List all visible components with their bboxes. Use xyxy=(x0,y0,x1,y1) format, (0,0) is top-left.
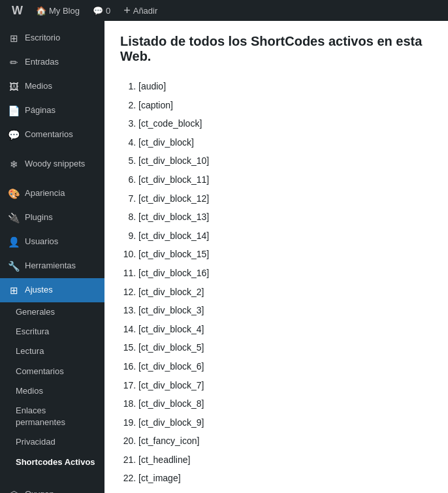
sidebar-item-plugins[interactable]: 🔌 Plugins xyxy=(0,206,104,230)
list-item: [ct_div_block_11] xyxy=(138,170,432,189)
list-item: [ct_div_block_16] xyxy=(138,264,432,283)
list-item: [ct_inner_content] xyxy=(138,488,432,493)
comentarios-sub-label: Comentarios xyxy=(16,366,64,377)
sidebar-label-comentarios: Comentarios xyxy=(25,129,73,140)
sidebar-item-comentarios[interactable]: 💬 Comentarios xyxy=(0,123,104,147)
list-item: [ct_code_block] xyxy=(138,114,432,133)
admin-bar-wp-logo[interactable]: W xyxy=(5,0,29,21)
generales-label: Generales xyxy=(16,306,55,318)
list-item: [ct_div_block_2] xyxy=(138,283,432,302)
admin-bar-site[interactable]: 🏠 My Blog xyxy=(29,0,86,21)
dashboard-icon: ⊞ xyxy=(8,31,20,45)
add-icon: + xyxy=(123,4,131,18)
add-label: Añadir xyxy=(133,6,158,16)
sidebar-label-paginas: Páginas xyxy=(25,104,56,116)
oxygen-icon: ⬡ xyxy=(8,488,20,493)
list-item: [ct_div_block_14] xyxy=(138,227,432,246)
list-item: [ct_div_block_15] xyxy=(138,245,432,264)
sidebar-label-plugins: Plugins xyxy=(25,212,53,223)
sidebar-label-escritorio: Escritorio xyxy=(25,32,60,44)
sidebar-item-medios[interactable]: 🖼 Medios xyxy=(0,74,104,99)
list-item: [caption] xyxy=(138,96,432,115)
sidebar-item-ajustes[interactable]: ⊞ Ajustes xyxy=(0,278,104,302)
comment-count: 0 xyxy=(106,6,110,16)
list-item: [ct_headline] xyxy=(138,451,432,469)
admin-bar-comments[interactable]: 💬 0 xyxy=(86,0,117,21)
sidebar-label-woody: Woody snippets xyxy=(25,158,85,170)
sidebar-item-woody-snippets[interactable]: ❄ Woody snippets xyxy=(0,152,104,176)
escritura-label: Escritura xyxy=(16,326,49,338)
list-item: [ct_div_block_5] xyxy=(138,338,432,357)
settings-icon: ⊞ xyxy=(8,283,20,297)
shortcodes-activos-label: Shortcodes Activos xyxy=(16,456,95,468)
list-item: [ct_div_block_6] xyxy=(138,357,432,376)
privacidad-label: Privacidad xyxy=(16,436,56,448)
posts-icon: ✏ xyxy=(8,56,20,69)
sidebar-item-escritorio[interactable]: ⊞ Escritorio xyxy=(0,26,104,50)
list-item: [ct_div_block_3] xyxy=(138,301,432,320)
lectura-label: Lectura xyxy=(16,345,44,357)
sidebar-subitem-escritura[interactable]: Escritura xyxy=(0,322,104,342)
sidebar-label-apariencia: Apariencia xyxy=(25,187,65,199)
oxygen-label: Oxygen xyxy=(25,488,54,493)
list-item: [ct_div_block_8] xyxy=(138,394,432,413)
sidebar-item-apariencia[interactable]: 🎨 Apariencia xyxy=(0,182,104,206)
shortcode-list: [audio][caption][ct_code_block][ct_div_b… xyxy=(120,77,432,493)
sidebar-subitem-comentarios[interactable]: Comentarios xyxy=(0,362,104,381)
page-title: Listado de todos los ShortCodes activos … xyxy=(120,34,432,64)
appearance-icon: 🎨 xyxy=(8,187,20,200)
sidebar-item-usuarios[interactable]: 👤 Usuarios xyxy=(0,230,104,254)
home-icon: 🏠 xyxy=(36,6,46,16)
admin-bar-new[interactable]: + Añadir xyxy=(117,0,164,21)
list-item: [audio] xyxy=(138,77,432,96)
plugins-icon: 🔌 xyxy=(8,211,20,225)
main-content: Listado de todos los ShortCodes activos … xyxy=(104,21,448,493)
wp-logo-icon: W xyxy=(12,4,23,18)
list-item: [ct_fancy_icon] xyxy=(138,432,432,451)
comments-nav-icon: 💬 xyxy=(8,128,20,142)
sidebar-subitem-lectura[interactable]: Lectura xyxy=(0,342,104,361)
sidebar-subitem-privacidad[interactable]: Privacidad xyxy=(0,432,104,452)
sidebar-subitem-enlaces-permanentes[interactable]: Enlaces permanentes xyxy=(0,401,104,432)
media-icon: 🖼 xyxy=(8,80,20,93)
list-item: [ct_div_block_10] xyxy=(138,151,432,170)
list-item: [ct_div_block] xyxy=(138,133,432,152)
woody-icon: ❄ xyxy=(8,157,20,171)
sidebar-label-herramientas: Herramientas xyxy=(25,260,76,272)
admin-bar: W 🏠 My Blog 💬 0 + Añadir xyxy=(0,0,448,21)
list-item: [ct_div_block_13] xyxy=(138,208,432,227)
enlaces-label: Enlaces permanentes xyxy=(16,405,97,428)
list-item: [ct_div_block_12] xyxy=(138,189,432,208)
sidebar-item-oxygen[interactable]: ⬡ Oxygen xyxy=(0,483,104,493)
tools-icon: 🔧 xyxy=(8,259,20,273)
sidebar-subitem-generales[interactable]: Generales xyxy=(0,302,104,322)
sidebar-subitem-shortcodes-activos[interactable]: Shortcodes Activos xyxy=(0,453,104,472)
sidebar-label-ajustes: Ajustes xyxy=(25,284,53,296)
sidebar-label-entradas: Entradas xyxy=(25,56,59,68)
pages-icon: 📄 xyxy=(8,104,20,118)
sidebar-item-paginas[interactable]: 📄 Páginas xyxy=(0,99,104,123)
sidebar-label-usuarios: Usuarios xyxy=(25,236,58,247)
comments-icon: 💬 xyxy=(93,6,103,16)
list-item: [ct_div_block_4] xyxy=(138,320,432,339)
site-name: My Blog xyxy=(49,6,80,16)
users-icon: 👤 xyxy=(8,235,20,249)
list-item: [ct_div_block_9] xyxy=(138,413,432,432)
list-item: [ct_image] xyxy=(138,469,432,488)
sidebar-item-entradas[interactable]: ✏ Entradas xyxy=(0,50,104,74)
medios-sub-label: Medios xyxy=(16,385,43,397)
list-item: [ct_div_block_7] xyxy=(138,376,432,395)
sidebar-label-medios: Medios xyxy=(25,80,52,92)
sidebar-item-herramientas[interactable]: 🔧 Herramientas xyxy=(0,254,104,278)
sidebar: ⊞ Escritorio ✏ Entradas 🖼 Medios 📄 Págin… xyxy=(0,21,104,493)
sidebar-subitem-medios[interactable]: Medios xyxy=(0,381,104,401)
